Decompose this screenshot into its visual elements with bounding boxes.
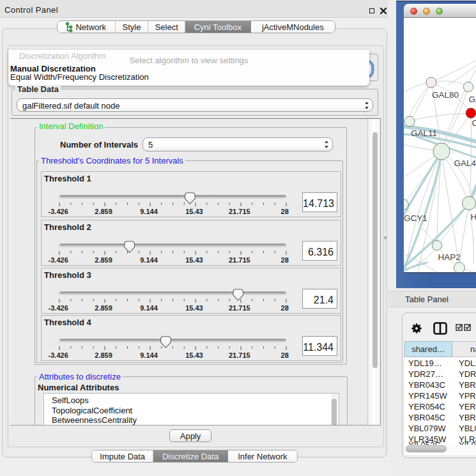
svg-text:15.43: 15.43 xyxy=(185,304,203,312)
svg-text:-3.426: -3.426 xyxy=(49,208,68,215)
svg-text:GAL11: GAL11 xyxy=(411,128,437,138)
svg-text:28: 28 xyxy=(281,351,289,359)
svg-text:HAP2: HAP2 xyxy=(438,252,461,262)
svg-text:GAL80: GAL80 xyxy=(432,90,459,100)
svg-text:28: 28 xyxy=(281,304,289,312)
svg-text:-3.426: -3.426 xyxy=(49,351,68,359)
svg-text:28: 28 xyxy=(281,208,289,215)
svg-text:28: 28 xyxy=(281,256,289,264)
svg-text:2.859: 2.859 xyxy=(95,351,112,359)
svg-text:GAL4: GAL4 xyxy=(454,158,476,168)
svg-text:9.144: 9.144 xyxy=(140,208,158,215)
svg-text:9.144: 9.144 xyxy=(140,256,158,264)
svg-text:-3.426: -3.426 xyxy=(49,304,68,312)
svg-text:2.859: 2.859 xyxy=(95,256,112,264)
svg-text:GCY1: GCY1 xyxy=(404,213,427,223)
svg-text:2.859: 2.859 xyxy=(95,208,112,215)
svg-text:9.144: 9.144 xyxy=(140,304,158,312)
svg-text:-3.426: -3.426 xyxy=(49,256,68,264)
svg-text:HAP1: HAP1 xyxy=(471,212,476,222)
svg-text:GA: GA xyxy=(469,95,476,104)
svg-text:15.43: 15.43 xyxy=(185,256,203,264)
svg-text:15.43: 15.43 xyxy=(185,351,203,359)
svg-text:21.715: 21.715 xyxy=(229,351,250,359)
svg-text:9.144: 9.144 xyxy=(140,351,158,359)
svg-text:2.859: 2.859 xyxy=(95,304,112,312)
svg-text:21.715: 21.715 xyxy=(229,208,250,215)
svg-text:21.715: 21.715 xyxy=(229,256,250,264)
svg-text:CD: CD xyxy=(472,118,476,128)
svg-text:21.715: 21.715 xyxy=(229,304,250,312)
svg-text:15.43: 15.43 xyxy=(185,208,203,215)
